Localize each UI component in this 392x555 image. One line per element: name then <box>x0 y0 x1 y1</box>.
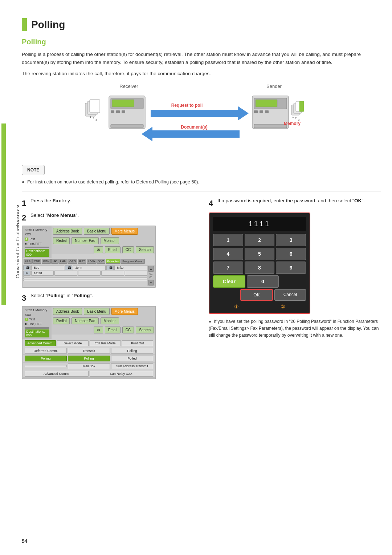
key-1[interactable]: 1 <box>213 234 243 246</box>
contact4-name[interactable]: 1e101 <box>31 271 54 276</box>
key-4[interactable]: 4 <box>213 248 243 260</box>
menu-deferred-comm[interactable]: Deferred Comm. <box>25 348 67 354</box>
screen3-email-icon[interactable]: ✉ <box>94 327 103 333</box>
menu-polling2[interactable]: Polling <box>68 356 110 361</box>
key-6[interactable]: 6 <box>276 248 306 260</box>
screen2-right: Address Book Basic Menu More Menus Redia… <box>52 226 155 258</box>
screen3-mode2: ■ Fine,TIFF <box>25 322 49 327</box>
key-cancel[interactable]: Cancel <box>274 289 306 301</box>
contact1-name[interactable]: Bob <box>31 265 64 270</box>
key-8[interactable]: 8 <box>245 262 275 274</box>
screen2-mockup: 8.5x11 Memory XXX A Text ■ Fine,TIFF Des… <box>22 226 156 288</box>
screen2-search-btn[interactable]: Search <box>136 246 154 253</box>
screen2-top-btns: Address Book Basic Menu More Menus <box>52 226 155 236</box>
steps-container: 1 Press the Fax key. 2 Select "More Menu… <box>22 198 381 384</box>
menu-polling-hl[interactable]: Polling <box>25 356 67 361</box>
key-9[interactable]: 9 <box>276 262 306 274</box>
screen2-email-icon[interactable]: ✉ <box>94 246 103 253</box>
page-title-bar: Polling <box>22 18 381 31</box>
alpha-ab[interactable]: #AB <box>24 259 32 264</box>
screen3-redial-btn[interactable]: Redial <box>53 317 70 324</box>
screen3-left-info: 8.5x11 Memory XXX A Text ■ Fine,TIFF Des… <box>23 307 52 339</box>
key-3[interactable]: 3 <box>276 234 306 246</box>
screen3-monitor-btn[interactable]: Monitor <box>101 317 119 324</box>
menu-sub-addr[interactable]: Sub Address Transmit <box>111 363 153 369</box>
screen2-basic-btn[interactable]: Basic Menu <box>84 228 109 235</box>
menu-adv-comm1[interactable]: Advanced Comm. <box>25 340 56 346</box>
key-5[interactable]: 5 <box>245 248 275 260</box>
title-accent <box>22 18 27 31</box>
key-clear[interactable]: Clear <box>213 275 245 288</box>
step3-bold1: Polling <box>47 293 64 298</box>
screen3-address-btn[interactable]: Address Book <box>53 308 82 315</box>
contact1-icon: ☎ <box>23 265 30 270</box>
screen2-cc-btn[interactable]: CC <box>122 246 134 253</box>
menu-select-mode[interactable]: Select Mode <box>57 340 88 346</box>
right-steps: 4 If a password is required, enter the p… <box>209 198 381 384</box>
screen3-row2: Deferred Comm. Transmit Polling <box>23 347 155 355</box>
key-2[interactable]: 2 <box>245 234 275 246</box>
alpha-xyz[interactable]: XYZ <box>97 259 106 264</box>
key-7[interactable]: 7 <box>213 262 243 274</box>
contact3-name[interactable]: Mike <box>114 265 147 270</box>
alpha-favorites[interactable]: Favorites <box>106 259 121 264</box>
menu-lan-relay[interactable]: Lan Relay XXX <box>90 371 154 377</box>
section-heading: Polling <box>22 38 381 46</box>
menu-mailbox[interactable]: Mail Box <box>68 363 110 369</box>
alpha-opq[interactable]: OPQ <box>68 259 77 264</box>
menu-edit-file[interactable]: Edit File Mode <box>90 340 121 346</box>
contact2-icon: ☎ <box>65 265 72 270</box>
scroll-num1: 01 <box>148 272 154 275</box>
key-ok[interactable]: OK <box>240 289 273 301</box>
step3-text: Select "Polling" in "Polling". <box>30 293 93 298</box>
screen2-redial-btn[interactable]: Redial <box>53 237 70 244</box>
alpha-uvw[interactable]: UVW <box>87 259 97 264</box>
alpha-rst[interactable]: RST <box>78 259 86 264</box>
screen2-more-btn[interactable]: More Menus <box>111 228 138 235</box>
alpha-program[interactable]: Program/ Group <box>121 259 144 264</box>
screen3-more-btn[interactable]: More Menus <box>111 308 138 315</box>
menu-transmit[interactable]: Transmit <box>68 348 110 354</box>
numpad-display: 1111 <box>213 217 306 231</box>
screen2-email-btn[interactable]: Email <box>105 246 121 253</box>
polling-diagram: Receiver Sender 1 2 3 <box>74 81 328 161</box>
svg-rect-19 <box>152 130 240 138</box>
screen3-email-btn[interactable]: Email <box>105 327 121 333</box>
menu-adv-comm2[interactable]: Advanced Comm. <box>25 371 89 377</box>
alpha-lmn[interactable]: LMN <box>58 259 68 264</box>
numpad-mockup: 1111 1 2 3 4 5 6 7 8 9 Clear 0 <box>209 212 310 314</box>
menu-print-out[interactable]: Print Out <box>122 340 153 346</box>
alpha-ijk[interactable]: IJK <box>51 259 58 264</box>
step4-text: If a password is required, enter the pas… <box>217 198 365 203</box>
screen3-menu: Advanced Comm. Select Mode Edit File Mod… <box>23 339 155 378</box>
screen3-cc-btn[interactable]: CC <box>122 327 134 333</box>
svg-rect-10 <box>116 110 120 113</box>
numpad-grid: 1 2 3 4 5 6 7 8 9 <box>213 234 306 274</box>
svg-text:Request to poll: Request to poll <box>171 103 203 108</box>
page-number: 54 <box>22 538 28 544</box>
screen2-address-btn[interactable]: Address Book <box>53 228 82 235</box>
screen2-numpad-btn[interactable]: Number Pad <box>72 237 98 244</box>
screen3-right: Address Book Basic Menu More Menus Redia… <box>52 307 155 339</box>
svg-rect-26 <box>265 110 269 113</box>
scroll-down[interactable]: ▼ <box>148 280 154 285</box>
menu-polled[interactable]: Polled <box>111 356 153 361</box>
contact2-name[interactable]: John <box>73 265 106 270</box>
screen3-search-btn[interactable]: Search <box>136 327 154 333</box>
screen3-numpad-btn[interactable]: Number Pad <box>72 317 98 324</box>
menu-polling1[interactable]: Polling <box>111 348 153 354</box>
screen2-email-row: ✉ Email CC Search <box>52 245 155 254</box>
scroll-up[interactable]: ▲ <box>148 266 154 272</box>
screen3-mid-btns: Redial Number Pad Monitor <box>52 316 155 325</box>
menu-empty1 <box>25 365 67 367</box>
note-label: NOTE <box>22 165 45 175</box>
screen2-monitor-btn[interactable]: Monitor <box>101 237 119 244</box>
step2: 2 Select "More Menus". <box>22 212 194 223</box>
screen3-basic-btn[interactable]: Basic Menu <box>84 308 109 315</box>
screen3-row5: Advanced Comm. Lan Relay XXX <box>23 370 155 378</box>
alpha-cde[interactable]: CDE <box>32 259 41 264</box>
alpha-fgh[interactable]: FGH <box>42 259 51 264</box>
svg-rect-8 <box>112 100 134 107</box>
svg-rect-9 <box>111 110 114 113</box>
key-0[interactable]: 0 <box>247 275 279 288</box>
